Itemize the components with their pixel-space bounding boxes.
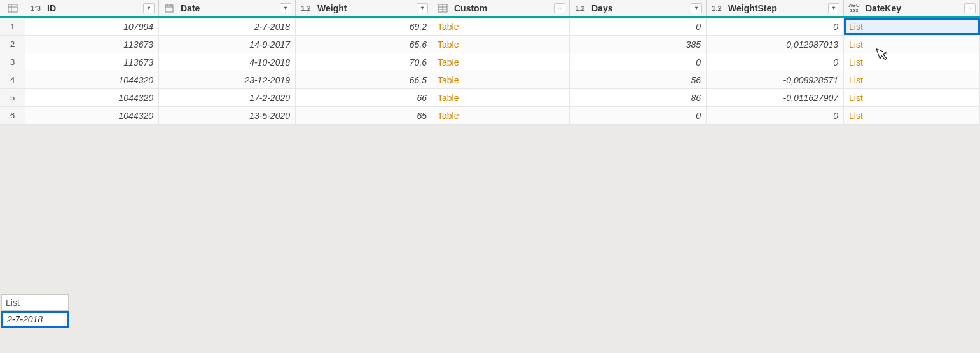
- filter-dropdown-icon[interactable]: ▾: [691, 3, 702, 13]
- cell-custom[interactable]: Table: [432, 89, 570, 106]
- cell-custom[interactable]: Table: [432, 107, 570, 124]
- col-header-id[interactable]: 1²3 ID ▾: [25, 0, 159, 16]
- decimal-type-icon: 1.2: [709, 2, 724, 15]
- cell-custom[interactable]: Table: [432, 36, 570, 53]
- cell-id[interactable]: 1044320: [25, 89, 159, 106]
- col-header-weight[interactable]: 1.2 Weight ▾: [296, 0, 432, 16]
- cell-date[interactable]: 17-2-2020: [159, 89, 296, 106]
- preview-value[interactable]: 2-7-2018: [1, 311, 69, 328]
- cell-days[interactable]: 56: [570, 71, 707, 88]
- cell-days[interactable]: 0: [570, 18, 707, 35]
- filter-dropdown-icon[interactable]: ▾: [143, 3, 155, 13]
- cell-weightstep[interactable]: 0: [707, 53, 844, 71]
- col-header-custom[interactable]: Custom ↔: [432, 0, 570, 16]
- cell-weightstep[interactable]: 0,012987013: [707, 36, 844, 53]
- cell-weight[interactable]: 66,5: [296, 71, 432, 88]
- cell-id[interactable]: 1044320: [25, 71, 159, 88]
- header-row: 1²3 ID ▾ Date ▾ 1.2 Weight ▾ Custom ↔ 1.…: [0, 0, 980, 18]
- cell-datekey[interactable]: List: [844, 89, 980, 106]
- svg-rect-3: [165, 5, 173, 12]
- cell-datekey[interactable]: List: [844, 71, 980, 88]
- row-number[interactable]: 6: [0, 107, 25, 124]
- row-number[interactable]: 3: [0, 53, 25, 71]
- table-row[interactable]: 4104432023-12-201966,5Table56-0,00892857…: [0, 71, 980, 89]
- col-label: DateKey: [864, 3, 962, 13]
- svg-rect-0: [8, 4, 17, 12]
- cell-weight[interactable]: 66: [296, 89, 432, 106]
- expand-icon[interactable]: ↔: [554, 3, 565, 13]
- cell-datekey[interactable]: List: [844, 18, 980, 35]
- decimal-type-icon: 1.2: [298, 2, 314, 15]
- date-type-icon: [162, 2, 177, 15]
- cell-date[interactable]: 4-10-2018: [159, 53, 296, 71]
- cell-id[interactable]: 1044320: [25, 107, 159, 124]
- cell-weightstep[interactable]: 0: [707, 107, 844, 124]
- cell-weightstep[interactable]: 0: [707, 18, 844, 35]
- filter-dropdown-icon[interactable]: ▾: [417, 3, 428, 13]
- col-label: Date: [179, 3, 277, 13]
- cell-datekey[interactable]: List: [844, 36, 980, 53]
- table-row[interactable]: 211367314-9-201765,6Table3850,012987013L…: [0, 36, 980, 53]
- preview-header: List: [1, 294, 69, 311]
- row-number[interactable]: 4: [0, 71, 25, 88]
- data-grid: 1²3 ID ▾ Date ▾ 1.2 Weight ▾ Custom ↔ 1.…: [0, 0, 980, 125]
- cell-preview-panel: List 2-7-2018: [1, 294, 69, 328]
- table-type-icon: [435, 2, 450, 15]
- table-icon: [8, 4, 18, 13]
- col-label: Custom: [453, 3, 551, 13]
- cell-days[interactable]: 385: [570, 36, 707, 53]
- int-type-icon: 1²3: [28, 2, 43, 15]
- cell-date[interactable]: 23-12-2019: [159, 71, 296, 88]
- table-row[interactable]: 31136734-10-201870,6Table00List: [0, 53, 980, 71]
- col-label: Days: [590, 3, 688, 13]
- col-header-weightstep[interactable]: 1.2 WeightStep ▾: [707, 0, 844, 16]
- data-rows: 11079942-7-201869,2Table00List211367314-…: [0, 18, 980, 125]
- col-label: WeightStep: [727, 3, 825, 13]
- cell-weight[interactable]: 70,6: [296, 53, 432, 71]
- cell-custom[interactable]: Table: [432, 18, 570, 35]
- col-label: ID: [46, 3, 141, 13]
- cell-custom[interactable]: Table: [432, 53, 570, 71]
- row-number[interactable]: 5: [0, 89, 25, 106]
- cell-datekey[interactable]: List: [844, 107, 980, 124]
- cell-date[interactable]: 2-7-2018: [159, 18, 296, 35]
- table-row[interactable]: 6104432013-5-202065Table00List: [0, 107, 980, 125]
- decimal-type-icon: 1.2: [572, 2, 588, 15]
- cell-date[interactable]: 13-5-2020: [159, 107, 296, 124]
- cell-id[interactable]: 113673: [25, 53, 159, 71]
- cell-id[interactable]: 113673: [25, 36, 159, 53]
- cell-days[interactable]: 0: [570, 53, 707, 71]
- cell-id[interactable]: 107994: [25, 18, 159, 35]
- filter-dropdown-icon[interactable]: ▾: [280, 3, 291, 13]
- table-corner-button[interactable]: [0, 0, 25, 16]
- col-header-datekey[interactable]: ABC123 DateKey ↔: [844, 0, 980, 16]
- col-header-days[interactable]: 1.2 Days ▾: [570, 0, 707, 16]
- col-header-date[interactable]: Date ▾: [159, 0, 296, 16]
- cell-datekey[interactable]: List: [844, 53, 980, 71]
- row-number[interactable]: 1: [0, 18, 25, 35]
- cell-weight[interactable]: 69,2: [296, 18, 432, 35]
- table-row[interactable]: 5104432017-2-202066Table86-0,011627907Li…: [0, 89, 980, 107]
- filter-dropdown-icon[interactable]: ▾: [828, 3, 839, 13]
- row-number[interactable]: 2: [0, 36, 25, 53]
- cell-weightstep[interactable]: -0,011627907: [707, 89, 844, 106]
- cell-weightstep[interactable]: -0,008928571: [707, 71, 844, 88]
- expand-icon[interactable]: ↔: [964, 3, 976, 13]
- col-label: Weight: [316, 3, 414, 13]
- table-row[interactable]: 11079942-7-201869,2Table00List: [0, 18, 980, 36]
- cell-days[interactable]: 86: [570, 89, 707, 106]
- cell-date[interactable]: 14-9-2017: [159, 36, 296, 53]
- cell-custom[interactable]: Table: [432, 71, 570, 88]
- cell-weight[interactable]: 65: [296, 107, 432, 124]
- cell-weight[interactable]: 65,6: [296, 36, 432, 53]
- any-type-icon: ABC123: [846, 2, 862, 15]
- cell-days[interactable]: 0: [570, 107, 707, 124]
